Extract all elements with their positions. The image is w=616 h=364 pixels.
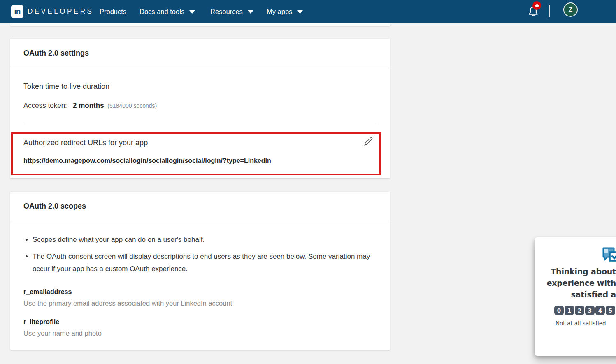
navbar-divider: [549, 5, 550, 17]
notification-badge-dot: [535, 4, 539, 7]
rating-button-0[interactable]: 0: [554, 306, 564, 315]
top-navbar: in DEVELOPERS Products Docs and tools Re…: [0, 0, 616, 23]
brand-developers: DEVELOPERS: [28, 7, 93, 16]
nav-item-label: Docs and tools: [139, 8, 184, 16]
access-token-seconds: (5184000 seconds): [107, 102, 157, 109]
survey-low-anchor-label: Not at all satisfied: [556, 320, 606, 327]
chevron-down-icon: [189, 10, 195, 14]
survey-rating-scale: 0 1 2 3 4 5: [554, 306, 616, 315]
avatar-initial: Z: [569, 6, 573, 14]
scope-description: Use the primary email address associated…: [23, 299, 390, 307]
oauth-settings-card-title: OAuth 2.0 settings: [10, 39, 390, 68]
linkedin-in-glyph: in: [14, 7, 21, 16]
nav-item-label: My apps: [267, 8, 292, 16]
edit-redirect-urls-button[interactable]: [363, 136, 374, 147]
redirect-urls-title: Authorized redirect URLs for your app: [23, 139, 390, 147]
nav-item-resources[interactable]: Resources: [210, 0, 253, 23]
scope-entry-r-emailaddress: r_emailaddress Use the primary email add…: [23, 288, 390, 307]
scopes-info-bullet: Scopes define what your app can do on a …: [33, 234, 379, 246]
linkedin-developers-logo[interactable]: in DEVELOPERS: [11, 5, 93, 18]
chat-check-icon: [601, 246, 616, 264]
chevron-down-icon: [248, 10, 253, 14]
linkedin-icon: in: [11, 5, 23, 18]
notification-badge: [532, 1, 541, 10]
survey-question-text: Thinking about experience with satisfied…: [535, 266, 616, 300]
survey-question-line: experience with: [535, 277, 616, 289]
survey-question-line: Thinking about: [535, 266, 616, 277]
chevron-down-icon: [297, 10, 303, 14]
survey-question-line: satisfied a: [535, 289, 616, 300]
scope-name: r_liteprofile: [23, 318, 390, 326]
rating-button-1[interactable]: 1: [565, 306, 574, 315]
avatar[interactable]: Z: [563, 2, 578, 17]
nav-item-my-apps[interactable]: My apps: [267, 0, 303, 23]
token-ttl-title: Token time to live duration: [23, 82, 390, 91]
rating-button-5[interactable]: 5: [606, 306, 615, 315]
nav-item-label: Resources: [210, 8, 243, 16]
oauth-settings-card: OAuth 2.0 settings Token time to live du…: [10, 39, 390, 178]
rating-button-2[interactable]: 2: [575, 306, 584, 315]
scopes-info-bullet: The OAuth consent screen will display de…: [33, 250, 379, 275]
feedback-survey-popup: Thinking about experience with satisfied…: [535, 237, 616, 356]
redirect-url-value: https://demo.magepow.com/sociallogin/soc…: [23, 157, 390, 165]
access-token-row: Access token: 2 months (5184000 seconds): [23, 102, 390, 110]
scope-name: r_emailaddress: [23, 288, 390, 296]
nav-item-docs-and-tools[interactable]: Docs and tools: [139, 0, 195, 23]
oauth-scopes-card: OAuth 2.0 scopes Scopes define what your…: [10, 192, 390, 350]
scopes-info-list: Scopes define what your app can do on a …: [26, 234, 379, 275]
notifications-button[interactable]: [527, 5, 541, 19]
pencil-icon: [363, 136, 374, 147]
oauth-scopes-card-title: OAuth 2.0 scopes: [10, 192, 390, 221]
rating-button-4[interactable]: 4: [595, 306, 605, 315]
access-token-value: 2 months: [73, 102, 104, 109]
rating-button-3[interactable]: 3: [585, 306, 595, 315]
access-token-label: Access token:: [23, 102, 67, 109]
settings-divider: [23, 124, 377, 124]
scope-description: Use your name and photo: [23, 329, 390, 337]
previous-card-bottom-edge: [10, 23, 390, 26]
nav-item-label: Products: [100, 8, 126, 16]
scope-entry-r-liteprofile: r_liteprofile Use your name and photo: [23, 318, 390, 337]
nav-item-products[interactable]: Products: [100, 0, 126, 23]
